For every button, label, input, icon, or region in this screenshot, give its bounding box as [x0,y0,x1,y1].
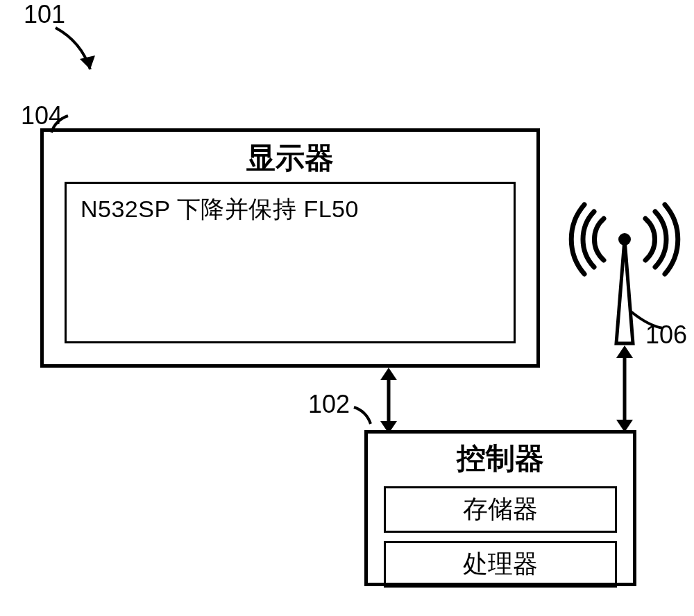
svg-marker-7 [616,345,633,358]
svg-marker-8 [616,420,633,432]
ref-label-106: 106 [645,320,687,350]
controller-title: 控制器 [368,439,633,478]
display-box: 显示器 N532SP 下降并保持 FL50 [40,128,540,368]
memory-box: 存储器 [384,486,617,533]
svg-marker-0 [80,55,95,69]
controller-box: 控制器 存储器 处理器 [364,430,636,586]
display-title: 显示器 [44,139,536,178]
processor-box: 处理器 [384,541,617,588]
curved-arrow-101 [52,24,108,87]
display-message: N532SP 下降并保持 FL50 [81,194,500,225]
arrow-antenna-controller [611,345,638,432]
arrow-display-controller [375,368,403,434]
ref-label-102: 102 [308,390,350,419]
svg-marker-2 [380,368,397,380]
display-inner: N532SP 下降并保持 FL50 [65,182,516,343]
diagram-stage: 101 104 显示器 N532SP 下降并保持 FL50 102 控制器 存储… [0,0,694,616]
